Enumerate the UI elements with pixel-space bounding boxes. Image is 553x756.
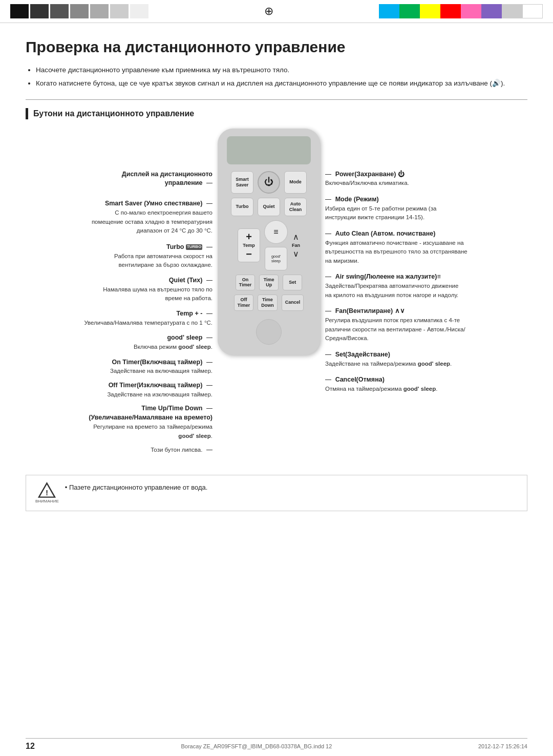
fan-controls: ∧ Fan ∨ — [292, 232, 300, 259]
remote-control: Smart Saver ⏻ Mode Turbo Quiet — [218, 129, 320, 355]
turbo-button[interactable]: Turbo — [231, 198, 253, 216]
warning-box: ! ВНИМАНИЕ • Пазете дистанционното управ… — [26, 475, 527, 511]
fan-label: Fan — [292, 243, 300, 248]
temp-minus-button[interactable]: − — [246, 248, 252, 260]
power-button[interactable]: ⏻ — [258, 171, 280, 194]
ann-quiet: Quiet (Тих) Намалява шума на вътрешното … — [103, 276, 212, 303]
calibration-bar: ⊕ — [0, 0, 553, 23]
left-annotations: Дисплей на дистанционнотоуправление Smar… — [74, 129, 218, 459]
footer-datetime: 2012-12-7 15:26:14 — [478, 743, 527, 749]
air-swing-button[interactable]: ≡ — [264, 220, 288, 244]
quiet-button[interactable]: Quiet — [258, 198, 280, 216]
time-down-button[interactable]: Time Down — [258, 295, 278, 311]
ann-temp: Temp + - Увеличава/Намалява температурат… — [84, 309, 212, 327]
ann-turbo: Turbo TURBO Работа при автоматична скоро… — [114, 242, 212, 269]
bullet-1: Насочете дистанционното управление към п… — [36, 65, 527, 75]
ann-display: Дисплей на дистанционнотоуправление — [122, 170, 212, 188]
gray-swatch-6 — [110, 4, 129, 18]
off-timer-button[interactable]: Off Timer — [234, 295, 253, 311]
svg-text:!: ! — [46, 488, 48, 497]
remote-row-1: Smart Saver ⏻ Mode — [227, 171, 311, 194]
yellow-swatch — [420, 4, 440, 18]
pink-swatch — [461, 4, 481, 18]
page-title: Проверка на дистанционното управление — [26, 38, 527, 56]
set-button[interactable]: Set — [283, 275, 302, 291]
gray-swatch-3 — [50, 4, 69, 18]
cancel-button[interactable]: Cancel — [282, 295, 304, 311]
auto-clean-button[interactable]: Auto Clean — [284, 198, 307, 216]
section-header: Бутони на дистанционното управление — [26, 108, 527, 119]
remote-diagram: Дисплей на дистанционнотоуправление Smar… — [26, 129, 527, 459]
good-sleep-button[interactable]: good' sleep — [265, 247, 287, 270]
lightgray-swatch — [502, 4, 522, 18]
warning-triangle-icon: ! — [38, 482, 56, 498]
ann-time-up-down: Time Up/Time Down (Увеличаване/Намаляван… — [89, 404, 212, 440]
ann-good-sleep: good' sleep Включва режим good' sleep. — [134, 333, 212, 351]
remote-display — [227, 136, 311, 164]
warning-text: • Пазете дистанционното управление от во… — [65, 482, 208, 493]
bullet-2: Когато натиснете бутона, ще се чуе кратъ… — [36, 78, 527, 89]
warning-label: ВНИМАНИЕ — [35, 499, 59, 503]
ann-auto-clean: Auto Clean (Автом. почистване) Функция а… — [325, 229, 467, 265]
page-footer: 12 Boracay ZE_AR09FSFT@_IBIM_DB68-03378A… — [26, 738, 527, 751]
gray-swatch-2 — [30, 4, 49, 18]
ann-missing-btn: Този бутон липсва. — [151, 445, 212, 454]
fan-up-button[interactable]: ∧ — [293, 232, 299, 242]
ann-cancel: Cancel(Отмяна) Отмяна на таймера/режима … — [325, 375, 437, 393]
gray-swatch-4 — [70, 4, 89, 18]
section-bar-accent — [26, 108, 28, 119]
bottom-area — [256, 319, 282, 345]
white-swatch — [522, 4, 543, 18]
compass-center: ⊕ — [164, 5, 374, 18]
center-controls: ≡ good' sleep — [264, 220, 288, 270]
ann-air-swing: Air swing(Люлеене на жалузите)≡ Задейств… — [325, 272, 458, 299]
remote-row-5: Off Timer Time Down Cancel — [227, 295, 311, 311]
main-content: Проверка на дистанционното управление На… — [0, 23, 553, 521]
gray-swatch-7 — [130, 4, 148, 18]
color-swatches — [379, 4, 543, 18]
remote-row-4: On Timer Time Up Set — [227, 275, 311, 291]
ann-smart-saver: Smart Saver (Умно спестяване) С по-малко… — [92, 199, 212, 235]
footer-file-info: Boracay ZE_AR09FSFT@_IBIM_DB68-03378A_BG… — [181, 743, 332, 749]
time-up-button[interactable]: Time Up — [259, 275, 279, 291]
purple-swatch — [481, 4, 502, 18]
gray-swatch-1 — [10, 4, 29, 18]
fan-down-button[interactable]: ∨ — [293, 249, 299, 259]
red-swatch — [440, 4, 461, 18]
section-title: Бутони на дистанционното управление — [33, 109, 194, 118]
ann-fan: Fan(Вентилиране) ∧∨ Регулира въздушния п… — [325, 306, 465, 343]
separator-line — [26, 99, 527, 100]
smart-saver-button[interactable]: Smart Saver — [231, 171, 253, 194]
ann-off-timer: Off Timer(Изключващ таймер) Задействане … — [107, 381, 212, 398]
warning-icon-box: ! ВНИМАНИЕ — [35, 482, 59, 503]
intro-bullets: Насочете дистанционното управление към п… — [26, 65, 527, 89]
remote-row-2: Turbo Quiet Auto Clean — [227, 198, 311, 216]
temp-label: Temp — [243, 242, 254, 248]
bottom-round-button[interactable] — [256, 319, 282, 345]
page-number: 12 — [26, 742, 35, 751]
gray-swatch-5 — [90, 4, 109, 18]
mode-button[interactable]: Mode — [284, 171, 307, 194]
on-timer-button[interactable]: On Timer — [236, 275, 255, 291]
ann-on-timer: On Timer(Включващ таймер) Задействане на… — [110, 358, 212, 375]
right-annotations: Power(Захранване) ⏻ Включва/Изключва кли… — [320, 129, 479, 401]
ann-mode: Mode (Режим) Избира един от 5-те работни… — [325, 195, 436, 222]
footer-content: 12 Boracay ZE_AR09FSFT@_IBIM_DB68-03378A… — [26, 742, 527, 751]
cyan-swatch — [379, 4, 399, 18]
ann-set: Set(Задействане) Задействане на таймера/… — [325, 350, 452, 368]
compass-icon: ⊕ — [264, 5, 273, 18]
footer-line — [26, 738, 527, 739]
gray-swatches — [10, 4, 148, 18]
ann-power: Power(Захранване) ⏻ Включва/Изключва кли… — [325, 170, 409, 187]
temp-control: + Temp − — [238, 228, 260, 262]
remote-row-3: + Temp − ≡ good' sleep ∧ — [227, 220, 311, 270]
temp-plus-button[interactable]: + — [246, 231, 252, 242]
green-swatch — [399, 4, 420, 18]
